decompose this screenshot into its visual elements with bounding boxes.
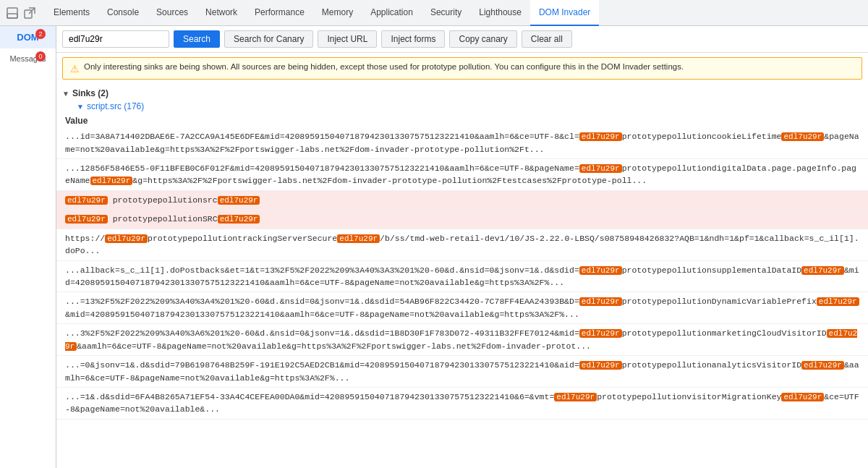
warning-banner: ⚠ Only interesting sinks are being shown… (62, 57, 862, 80)
badge-messages: 0 (35, 51, 46, 61)
row-prefix: ...12856F5846E55-0F11BFEB0C6F012F&mid=42… (65, 163, 579, 173)
row-prefix: ...=1&.d&sdid=6FA4B8265A71EF54-33A4C4CEF… (65, 392, 554, 401)
table-row: ...12856F5846E55-0F11BFEB0C6F012F&mid=42… (56, 159, 868, 191)
tab-memory[interactable]: Memory (313, 0, 362, 26)
badge-dom: 2 (35, 29, 46, 39)
canary-tag: edl7u29r (65, 215, 108, 224)
tab-security[interactable]: Security (422, 0, 470, 26)
inject-url-button[interactable]: Inject URL (318, 30, 377, 48)
table-row: ...=13%2F5%2F2022%209%3A40%3A4%201%20-60… (56, 292, 868, 324)
canary-tag: edl7u29r (65, 196, 108, 205)
search-button[interactable]: Search (174, 30, 220, 48)
row-prefix: ...3%2F5%2F2022%209%3A40%3A6%201%20-60&d… (65, 328, 579, 338)
left-panel-dom[interactable]: 2 DOM (0, 26, 56, 48)
canary-tag: edl7u29r (781, 132, 824, 141)
table-row: https://edl7u29rprototypepollutiontracki… (56, 229, 868, 261)
undock-icon[interactable] (23, 7, 36, 20)
search-input[interactable] (62, 30, 169, 48)
tab-performance[interactable]: Performance (246, 0, 313, 26)
canary-tag: edl7u29r (105, 234, 148, 243)
canary-tag: edl7u29r (90, 176, 133, 185)
canary-tag: edl7u29r (817, 297, 859, 306)
tab-elements[interactable]: Elements (45, 0, 98, 26)
canary-tag: edl7u29r (218, 215, 260, 224)
left-panel: 2 DOM 0 Messages (0, 26, 56, 468)
canary-tag: edl7u29r (554, 393, 597, 401)
tab-lighthouse[interactable]: Lighthouse (470, 0, 530, 26)
canary-tag: edl7u29r (579, 361, 622, 370)
row-suffix: &aamlh=6&ce=UTF-8&pageName=not%20availab… (77, 341, 591, 351)
warning-icon: ⚠ (70, 63, 80, 75)
warning-text: Only interesting sinks are being shown. … (84, 62, 684, 71)
devtools-controls (6, 7, 36, 20)
row-prefix: https:// (65, 234, 105, 243)
svg-rect-0 (7, 8, 17, 18)
script-src-chevron: ▼ (77, 103, 84, 111)
row-middle: prototypepollutiontrackingServerSecure (148, 234, 337, 243)
row-middle: prototypepollutionsrc (108, 195, 218, 205)
canary-tag: edl7u29r (781, 393, 824, 401)
table-row: ...3%2F5%2F2022%209%3A40%3A6%201%20-60&d… (56, 324, 868, 356)
canary-tag: edl7u29r (579, 329, 622, 338)
row-prefix: ...allback=s_c_il[1].doPostbacks&et=1&t=… (65, 265, 579, 275)
tab-network[interactable]: Network (197, 0, 246, 26)
script-src-item[interactable]: ▼ script.src (176) (56, 100, 868, 113)
main-panel: Search Search for Canary Inject URL Inje… (56, 26, 868, 468)
canary-tag: edl7u29r (579, 297, 622, 306)
canary-tag: edl7u29r (579, 164, 622, 173)
table-row: edl7u29r prototypepollutionsrcedl7u29r (56, 191, 868, 210)
tab-dom-invader[interactable]: DOM Invader (530, 0, 599, 26)
copy-canary-button[interactable]: Copy canary (449, 30, 516, 48)
canary-tag: edl7u29r (337, 234, 380, 243)
table-row: ...=0&jsonv=1&.d&sdid=79B61987648B259F-1… (56, 356, 868, 388)
left-panel-messages[interactable]: 0 Messages (0, 48, 56, 69)
row-middle: prototypepollutionSRC (108, 214, 218, 224)
rows-container: ...id=3A8A714402DBAE6E-7A2CCA9A145E6DFE&… (56, 127, 868, 420)
table-row: edl7u29r prototypepollutionSRCedl7u29r (56, 210, 868, 229)
table-row: ...allback=s_c_il[1].doPostbacks&et=1&t=… (56, 261, 868, 293)
tab-application[interactable]: Application (362, 0, 422, 26)
row-prefix: ...=0&jsonv=1&.d&sdid=79B61987648B259F-1… (65, 360, 579, 370)
dock-icon[interactable] (6, 7, 19, 20)
canary-tag: edl7u29r (579, 132, 622, 141)
row-middle: prototypepollutionvisitorMigrationKey (597, 392, 781, 401)
tab-console[interactable]: Console (98, 0, 148, 26)
row-suffix: &g=https%3A%2F%2Fportswigger-labs.net%2F… (132, 176, 647, 185)
table-row: ...=1&.d&sdid=6FA4B8265A71EF54-33A4C4CEF… (56, 388, 868, 420)
devtools-tabbar: Elements Console Sources Network Perform… (0, 0, 868, 26)
row-middle: prototypepollutioncookieLifetime (622, 132, 782, 141)
row-middle: prototypepollutionanalyticsVisitorID (622, 360, 801, 370)
script-src-label: script.src (176) (87, 101, 144, 111)
canary-tag: edl7u29r (801, 266, 844, 275)
row-prefix: ...=13%2F5%2F2022%209%3A40%3A4%201%20-60… (65, 297, 579, 306)
sinks-label: Sinks (2) (72, 88, 109, 98)
row-suffix: &mid=42089591504071879423013307575123221… (65, 310, 579, 319)
search-canary-button[interactable]: Search for Canary (224, 30, 313, 48)
row-middle: prototypepollutionsupplementalDataID (622, 265, 801, 275)
canary-tag: edl7u29r (579, 266, 622, 275)
row-prefix: ...id=3A8A714402DBAE6E-7A2CCA9A145E6DFE&… (65, 132, 579, 141)
clear-all-button[interactable]: Clear all (522, 30, 572, 48)
table-row: ...id=3A8A714402DBAE6E-7A2CCA9A145E6DFE&… (56, 127, 868, 159)
svg-rect-1 (7, 14, 17, 18)
canary-tag: edl7u29r (801, 361, 844, 370)
content-area[interactable]: ▼ Sinks (2) ▼ script.src (176) Value ...… (56, 84, 868, 468)
inject-forms-button[interactable]: Inject forms (381, 30, 445, 48)
row-middle: prototypepollutionmarketingCloudVisitorI… (622, 328, 827, 338)
row-middle: prototypepollutionDynamicVariablePrefix (622, 297, 817, 306)
tab-sources[interactable]: Sources (148, 0, 197, 26)
devtools-body: 2 DOM 0 Messages Search Search for Canar… (0, 26, 868, 468)
value-header: Value (56, 113, 868, 127)
sinks-header[interactable]: ▼ Sinks (2) (56, 87, 868, 100)
canary-tag: edl7u29r (218, 196, 260, 205)
sinks-chevron: ▼ (62, 90, 69, 98)
toolbar: Search Search for Canary Inject URL Inje… (56, 26, 868, 53)
